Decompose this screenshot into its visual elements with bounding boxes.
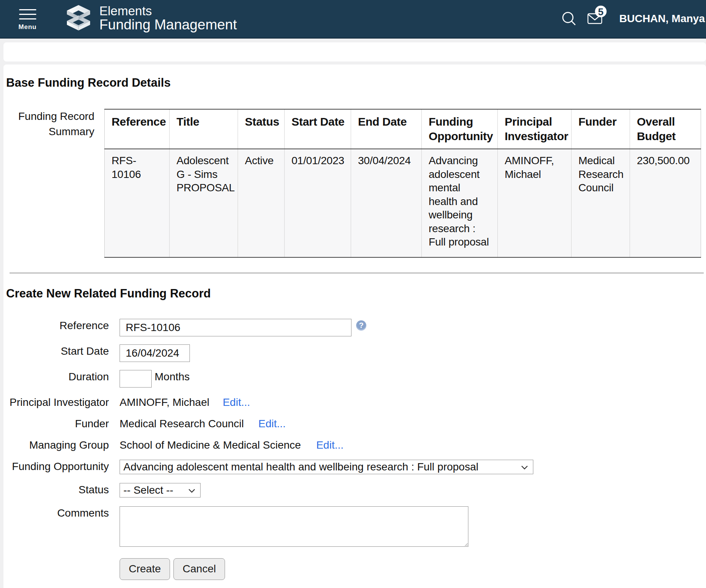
svg-text:5: 5 bbox=[598, 6, 603, 18]
